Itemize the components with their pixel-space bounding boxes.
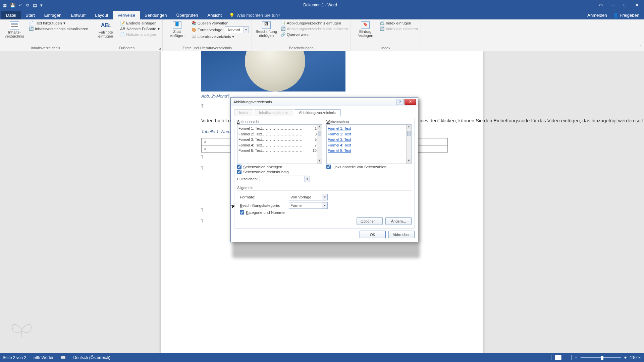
word-icon: ▦ bbox=[3, 3, 7, 8]
options-button[interactable]: Optionen... bbox=[357, 217, 383, 225]
scrollbar[interactable]: ▲▼ bbox=[406, 125, 411, 164]
zoom-slider[interactable] bbox=[581, 357, 621, 358]
tell-me[interactable]: 💡 Was möchten Sie tun? bbox=[229, 13, 280, 19]
next-footnote-button[interactable]: AB Nächste Fußnote ▾ bbox=[120, 26, 160, 31]
bibliography-button[interactable]: 📖 Literaturverzeichnis ▾ bbox=[192, 34, 249, 39]
tab-ueberpruefen[interactable]: Überprüfen bbox=[172, 11, 203, 19]
formats-label: Formate: bbox=[240, 195, 287, 199]
table-of-figures-dialog: Abbildungsverzeichnis ? ✕ Index Inhaltsv… bbox=[230, 97, 418, 242]
insert-endnote-button[interactable]: 📝 Endnote einfügen bbox=[120, 21, 160, 25]
insert-tof-button[interactable]: 📑 Abbildungsverzeichnis einfügen bbox=[281, 21, 348, 25]
dialog-tab-figures[interactable]: Abbildungsverzeichnis bbox=[294, 109, 340, 116]
view-print-icon[interactable] bbox=[555, 355, 561, 360]
show-notes-button: 📄 Notizen anzeigen bbox=[120, 32, 160, 37]
modify-button[interactable]: Ändern... bbox=[385, 217, 412, 225]
zoom-level[interactable]: 110 % bbox=[630, 355, 641, 360]
print-preview-label: Seitenansicht bbox=[237, 120, 322, 124]
mark-entry-button[interactable]: 🔖 Eintrag festlegen bbox=[354, 21, 377, 38]
status-page[interactable]: Seite 2 von 2 bbox=[3, 355, 26, 360]
show-page-numbers-checkbox[interactable]: Seitenzahlen anzeigen bbox=[237, 165, 322, 169]
group-label: Inhaltsverzeichnis bbox=[3, 45, 88, 50]
web-preview: Formel 1: TextFormel 2: TextFormel 3: Te… bbox=[326, 124, 412, 164]
redo-icon[interactable]: ↻ bbox=[26, 3, 30, 8]
web-preview-label: Webvorschau bbox=[326, 120, 412, 124]
cancel-button[interactable]: Abbrechen bbox=[388, 231, 415, 238]
general-label: Allgemein bbox=[237, 186, 412, 190]
view-read-icon[interactable] bbox=[545, 355, 551, 360]
insert-citation-button[interactable]: 📘 Zitat einfügen bbox=[165, 21, 189, 38]
dialog-titlebar[interactable]: Abbildungsverzeichnis ? ✕ bbox=[231, 98, 418, 106]
add-text-button[interactable]: 📄 Text hinzufügen ▾ bbox=[29, 21, 88, 25]
insert-index-button[interactable]: 📇 Index einfügen bbox=[380, 21, 418, 25]
dialog-tab-index: Index bbox=[234, 109, 253, 116]
style-select[interactable]: 🎨 Formatvorlage: Harvard▼ bbox=[192, 26, 249, 33]
window-title: Dokument1 - Word bbox=[45, 3, 595, 7]
update-toc-button[interactable]: 🔄 Inhaltsverzeichnis aktualisieren bbox=[29, 26, 88, 31]
collapse-ribbon-icon[interactable]: ˇ bbox=[640, 45, 641, 49]
tab-layout[interactable]: Layout bbox=[90, 11, 113, 19]
bulb-icon: 💡 bbox=[229, 13, 234, 18]
formats-select[interactable]: Von Vorlage▼ bbox=[289, 194, 328, 200]
ribbon: Inhalts- verzeichnis 📄 Text hinzufügen ▾… bbox=[0, 19, 644, 51]
status-words[interactable]: 595 Wörter bbox=[34, 355, 53, 360]
ribbon-tabs: Datei Start Einfügen Entwurf Layout Verw… bbox=[0, 10, 644, 19]
ok-button[interactable]: OK bbox=[360, 231, 386, 238]
cross-reference-button[interactable]: 🔗 Querverweis bbox=[281, 32, 348, 37]
tab-einfuegen[interactable]: Einfügen bbox=[40, 11, 66, 19]
print-preview: Formel 1: Text .........................… bbox=[237, 124, 322, 164]
minimize-icon[interactable]: — bbox=[607, 1, 619, 9]
title-bar: ▦ 💾 ↶ ↻ ▤ ▾ Dokument1 - Word ▭ — □ ✕ bbox=[0, 0, 644, 10]
watermark-butterfly-icon bbox=[10, 320, 34, 340]
dialog-close-icon[interactable]: ✕ bbox=[405, 99, 416, 105]
insert-caption-button[interactable]: 🖼 Beschriftung einfügen bbox=[255, 21, 278, 38]
image-moon[interactable] bbox=[201, 51, 345, 92]
status-language[interactable]: Deutsch (Österreich) bbox=[73, 355, 110, 360]
tab-verweise[interactable]: Verweise bbox=[113, 11, 140, 19]
save-icon[interactable]: 💾 bbox=[10, 3, 15, 8]
category-select[interactable]: Formel▼ bbox=[289, 202, 328, 209]
quick-access-toolbar: ▦ 💾 ↶ ↻ ▤ ▾ bbox=[0, 3, 45, 8]
zoom-in-icon[interactable]: + bbox=[624, 355, 627, 360]
leader-label: Füllzeichen: bbox=[237, 177, 258, 181]
tab-sendungen[interactable]: Sendungen bbox=[140, 11, 172, 19]
category-label: Beschriftungskategorie: bbox=[240, 203, 287, 207]
use-hyperlinks-checkbox[interactable]: Links anstelle von Seitenzahlen bbox=[326, 165, 412, 169]
tab-start[interactable]: Start bbox=[21, 11, 39, 19]
dialog-tab-toc: Inhaltsverzeichnis bbox=[254, 109, 293, 116]
close-icon[interactable]: ✕ bbox=[631, 1, 643, 9]
update-tof-button: 🔄 Abbildungsverzeichnis aktualisieren bbox=[281, 26, 348, 31]
ribbon-display-icon[interactable]: ▭ bbox=[595, 1, 606, 9]
dialog-title: Abbildungsverzeichnis bbox=[233, 100, 396, 104]
tab-datei[interactable]: Datei bbox=[1, 11, 21, 19]
category-number-checkbox[interactable]: Kategorie und Nummer bbox=[240, 210, 412, 215]
sign-in[interactable]: Anmelden bbox=[587, 13, 607, 18]
tab-entwurf[interactable]: Entwurf bbox=[66, 11, 90, 19]
right-align-checkbox[interactable]: Seitenzahlen rechtsbündig bbox=[237, 170, 322, 174]
manage-sources-button[interactable]: 📚 Quellen verwalten bbox=[192, 21, 249, 25]
help-icon[interactable]: ? bbox=[396, 99, 404, 105]
toc-button[interactable]: Inhalts- verzeichnis bbox=[3, 21, 26, 38]
tab-ansicht[interactable]: Ansicht bbox=[203, 11, 227, 19]
qat-customize-icon[interactable]: ▾ bbox=[40, 3, 43, 8]
insert-footnote-button[interactable]: AB1 Fußnote einfügen bbox=[94, 21, 117, 38]
scrollbar[interactable]: ▲▼ bbox=[317, 125, 322, 164]
footnotes-dialog-launcher-icon[interactable]: ◢ bbox=[159, 47, 161, 50]
view-web-icon[interactable] bbox=[565, 355, 572, 360]
update-index-button: 🔄 Index aktualisieren bbox=[380, 26, 418, 31]
open-icon[interactable]: ▤ bbox=[33, 3, 37, 8]
maximize-icon[interactable]: □ bbox=[619, 1, 631, 9]
leader-select[interactable]: .......▼ bbox=[260, 176, 310, 182]
share-button[interactable]: 👤 Freigeben bbox=[613, 13, 639, 18]
status-proofing-icon[interactable]: 📖 bbox=[61, 355, 66, 360]
status-bar: Seite 2 von 2 595 Wörter 📖 Deutsch (Öste… bbox=[0, 353, 644, 362]
undo-icon[interactable]: ↶ bbox=[19, 3, 22, 8]
zoom-out-icon[interactable]: − bbox=[575, 355, 577, 360]
